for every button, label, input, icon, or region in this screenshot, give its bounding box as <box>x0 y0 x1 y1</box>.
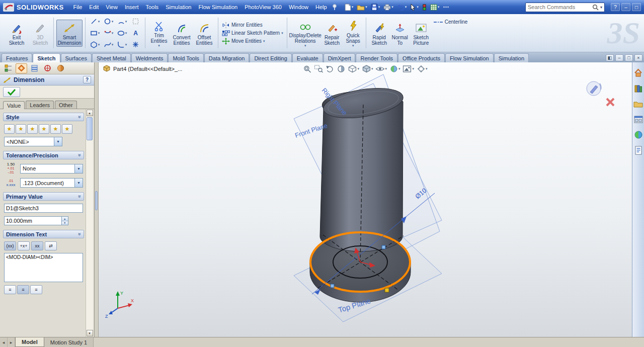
ok-button[interactable] <box>3 87 20 97</box>
tab-simulation[interactable]: Simulation <box>494 53 529 62</box>
tab-flow-simulation[interactable]: Flow Simulation <box>445 53 494 62</box>
menu-insert[interactable]: Insert <box>121 2 142 12</box>
offset-entities-button[interactable]: Offset Entities <box>193 20 215 47</box>
tab-sheet-metal[interactable]: Sheet Metal <box>92 53 131 62</box>
configurationmanager-tab[interactable] <box>29 63 40 73</box>
apply-scene-icon[interactable]: ▾ <box>403 65 415 73</box>
appearances-icon[interactable] <box>633 130 643 140</box>
dropdown-caret-icon[interactable]: ▾ <box>74 179 83 187</box>
search-icon[interactable] <box>592 4 599 11</box>
smart-dimension-button[interactable]: Smart Dimension <box>56 20 83 47</box>
rebuild-stoplight-icon[interactable] <box>422 4 427 11</box>
offset-text-button[interactable]: xx <box>31 241 43 250</box>
select-arrow-icon[interactable]: ▾ <box>410 4 419 11</box>
normal-to-button[interactable]: Normal To <box>390 20 410 47</box>
zoom-fit-icon[interactable] <box>303 65 311 73</box>
search-caret-icon[interactable]: ▾ <box>600 5 602 10</box>
pm-help-button[interactable]: ? <box>83 76 91 83</box>
dimension-text-section-header[interactable]: Dimension Text « <box>3 230 84 238</box>
sketch-line-button[interactable]: ▾ <box>88 16 102 27</box>
doc-minimize-button[interactable]: – <box>615 54 623 61</box>
sketch-point-button[interactable] <box>129 39 142 50</box>
mirror-entities-button[interactable]: Mirror Entities <box>221 22 284 29</box>
dimxpertmanager-tab[interactable] <box>42 63 53 73</box>
3d-sketch-button[interactable]: 3D Sketch <box>30 20 51 47</box>
view-orientation-icon[interactable]: ▾ <box>348 65 359 73</box>
sketch-spline-button[interactable]: ▾ <box>102 39 115 50</box>
menu-file[interactable]: File <box>70 2 86 12</box>
doc-close-button[interactable]: × <box>634 54 642 61</box>
sketch-arc-button[interactable]: ▾ <box>115 16 129 27</box>
displaymanager-tab[interactable] <box>55 63 66 73</box>
print-icon[interactable]: ▾ <box>383 4 393 11</box>
sketch-text-button[interactable]: A <box>129 27 142 39</box>
model-tab[interactable]: Model <box>15 337 44 347</box>
design-library-icon[interactable] <box>633 83 643 93</box>
add-parenthesis-button[interactable]: (xx) <box>4 241 16 250</box>
edit-appearance-icon[interactable]: ▾ <box>389 65 400 73</box>
set-default-style-button[interactable]: ★ <box>4 124 15 134</box>
justify-right-button[interactable]: ≡ <box>30 285 42 294</box>
rapid-sketch-button[interactable]: Rapid Sketch <box>369 20 390 47</box>
sketch-ellipse-button[interactable]: ▾ <box>115 27 129 39</box>
sketch-3point-arc-button[interactable]: ▾ <box>102 27 115 39</box>
motion-study-tab[interactable]: Motion Study 1 <box>44 337 94 347</box>
justify-center-button[interactable]: ≡ <box>17 285 29 294</box>
section-view-icon[interactable] <box>337 65 345 73</box>
toggle-panel-button[interactable]: ◧ <box>606 54 614 61</box>
pm-tab-other[interactable]: Other <box>55 101 77 109</box>
solidworks-resources-icon[interactable] <box>633 67 643 77</box>
tab-scroll-right-button[interactable]: ▸ <box>8 337 15 347</box>
spin-down-icon[interactable]: ▼ <box>62 221 68 225</box>
pm-tab-leaders[interactable]: Leaders <box>26 101 54 109</box>
display-delete-relations-button[interactable]: Display/Delete Relations ▾ <box>290 18 321 48</box>
quick-snaps-button[interactable]: Quick Snaps ▾ <box>343 18 363 48</box>
confirm-sketch-button[interactable] <box>587 81 601 96</box>
featuremanager-tab[interactable] <box>3 63 14 73</box>
help-button[interactable]: ? <box>611 3 620 11</box>
tab-office-products[interactable]: Office Products <box>398 53 445 62</box>
repair-sketch-button[interactable]: Repair Sketch <box>321 20 343 47</box>
sketch-rectangle-button[interactable]: ▾ <box>88 27 102 39</box>
menu-simulation[interactable]: Simulation <box>162 2 195 12</box>
tab-data-migration[interactable]: Data Migration <box>204 53 250 62</box>
custom-properties-icon[interactable] <box>633 145 643 155</box>
add-style-button[interactable]: ★ <box>16 124 26 134</box>
menu-view[interactable]: View <box>102 2 121 12</box>
centerline-button[interactable]: Centerline <box>432 19 469 25</box>
splitter-grip[interactable] <box>95 191 98 210</box>
trim-entities-button[interactable]: Trim Entities ▾ <box>148 18 170 48</box>
update-style-button[interactable]: ★ <box>27 124 38 134</box>
spin-up-icon[interactable]: ▲ <box>62 217 68 221</box>
3d-scene[interactable]: Ø10 Front Plane Right Plane Top Plane <box>99 62 631 337</box>
linear-sketch-pattern-button[interactable]: Linear Sketch Pattern ▾ <box>221 30 284 37</box>
sketch-fillet-button[interactable]: ▾ <box>115 39 129 50</box>
edge-drag-handle[interactable] <box>331 284 334 288</box>
tab-evaluate[interactable]: Evaluate <box>292 53 323 62</box>
scroll-down-button[interactable]: ▼ <box>87 330 93 336</box>
sketch-picture-button[interactable]: Sketch Picture <box>410 20 432 47</box>
primary-value-section-header[interactable]: Primary Value « <box>3 192 84 201</box>
sketch-circle-button[interactable]: ▾ <box>102 16 115 27</box>
menu-photoview[interactable]: PhotoView 360 <box>241 2 285 12</box>
scroll-up-button[interactable]: ▲ <box>87 110 93 116</box>
dimension-name-field[interactable] <box>4 204 83 213</box>
open-icon[interactable]: ▾ <box>357 4 367 11</box>
new-document-icon[interactable]: ▾ <box>345 4 354 11</box>
tab-render-tools[interactable]: Render Tools <box>356 53 397 62</box>
doc-restore-button[interactable]: □ <box>625 54 633 61</box>
justify-left-button[interactable]: ≡ <box>4 285 16 294</box>
previous-view-icon[interactable] <box>326 65 334 73</box>
tab-sketch[interactable]: Sketch <box>33 53 60 62</box>
options-sheet-icon[interactable]: ▾ <box>430 4 440 11</box>
restore-button[interactable]: □ <box>632 3 641 11</box>
search-input[interactable] <box>528 4 591 10</box>
tolerance-section-header[interactable]: Tolerance/Precision « <box>3 151 84 159</box>
load-style-button[interactable]: ★ <box>62 124 72 134</box>
save-style-button[interactable]: ★ <box>50 124 61 134</box>
undo-icon[interactable]: ▾ <box>397 4 407 11</box>
delete-style-button[interactable]: ★ <box>39 124 49 134</box>
tab-dimxpert[interactable]: DimXpert <box>324 53 356 62</box>
sketch-polygon-button[interactable]: ▾ <box>88 39 102 50</box>
file-explorer-icon[interactable] <box>633 99 643 109</box>
